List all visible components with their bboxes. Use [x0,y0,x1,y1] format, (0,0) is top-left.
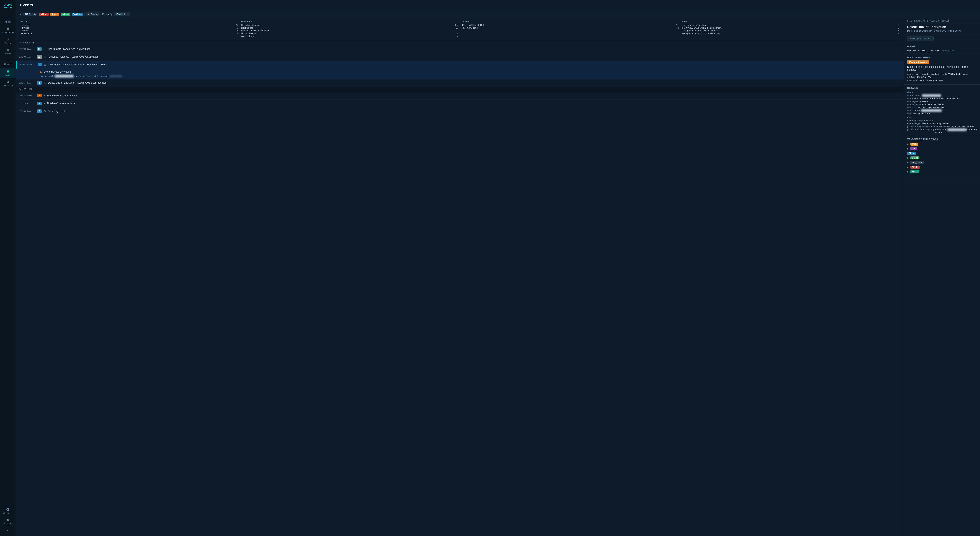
tag-aws[interactable]: ▶ AWS [907,142,977,146]
rp-tag-rulename: ruleName Delete Bucket Encryption [907,79,977,81]
rp-rule-tags-section: Triggered Rule Tags ▶ AWS ▶ CIS Cloud ▶ … [904,136,980,177]
page-header: Events [16,0,980,10]
event-id: Event ID: 1716b1706484f1ae84b54c6bb63b54… [904,18,980,23]
svg-point-0 [8,59,8,60]
rp-cloud-s3bucket: aws.s3.bucket testbucket-1663712024 [907,106,977,108]
sidebar-collapse-button[interactable] [2,527,14,534]
event-row[interactable]: 12:16:48 AM 1 ☰ Delete Bucket Encryption… [16,61,904,69]
events-low-badge[interactable]: 0 Low [61,13,70,16]
detail-tags: aws.accountId ████████████ aws.region = … [40,75,900,77]
list-item: Persistence 4 [21,32,238,35]
filter-table: MITRE Discovery 29 Privilege 6 Defense 6 [16,18,904,40]
events-toolbar: ▼ 547 Events 0 High 4 Med 0 Low 543 Info… [16,10,980,18]
list-item: Describe Instances 497 [241,24,458,27]
list-item: Discovery 29 [21,24,238,27]
events-list: 12:19:56 AM 29 ☰ List Buckets - Sysdig A… [16,45,904,536]
filter-col-rule: Rule name Describe Instances 497 List Bu… [240,20,460,38]
rp-cloud-sourceip: aws.sourceIP █████████████ [907,109,977,111]
location-icon: ● [44,102,45,105]
rp-misc-arn: jevt.value[/userIdentity/arn] arn:aws:ia… [907,129,977,133]
sidebar-item-investigate[interactable]: Investigate [0,78,16,89]
chevron-right-icon: ▶ [907,161,909,164]
no-response-actions-button[interactable]: No Response Actions [907,36,934,41]
event-row[interactable]: 10:44:35 PM 10 ● Notable Filesystem Chan… [16,92,904,100]
events-high-badge[interactable]: 0 High [39,13,49,16]
rp-cloud-region: aws.region sa-east-1 [907,100,977,103]
rp-cloud-requestid: aws.requestId P5RXRCHX1F12Z49S [907,103,977,105]
list-item: Defense 6 [21,29,238,32]
sidebar-item-posture[interactable]: Posture [0,36,16,46]
list-item: ...us-west-2.compute.inter... 9 [682,24,899,27]
events-info-badge[interactable]: 543 Info [72,13,83,16]
tag-cloud[interactable]: Cloud [907,151,977,156]
chevron-right-icon: ▶ [907,157,909,159]
events-panel: MITRE Discovery 29 Privilege 6 Defense 6 [16,18,904,536]
location-icon: ● [44,94,45,97]
rp-cloud-user: aws.user manuel.boira [907,112,977,115]
tag-gdpr[interactable]: ▶ GDPR [907,156,977,160]
date-group-label: Sep 20, 2022 [16,87,904,92]
rp-when-section: When Wed Sep 21 2022 at 00:16:48 5 minut… [904,43,980,54]
event-row[interactable]: 7:23:08 PM 7 ● Notable Container Activit… [16,100,904,107]
severity-badge: Medium Severity [907,60,929,64]
list-icon: ☰ [44,81,46,84]
filter-col-cluster: Cluster 87...6-87a9-6eed634d8... 11 snyk… [460,20,681,38]
chevron-right-icon: ▶ [907,171,909,173]
rp-subtitle: Delete Bucket Encryption - Sysdig AWS No… [904,30,980,34]
rp-misc-type: resourceType AWS Simple Storage Service [907,122,977,125]
sidebar-item-network[interactable]: Network [0,57,16,67]
sidebar-bottom: Integrations Get Started [2,506,14,534]
filter-type-select[interactable]: All Types [86,12,99,16]
list-item: aks-agentpool-12453155-vmss000007 1 [682,29,899,32]
sidebar-item-events[interactable]: Events [0,67,16,78]
rp-tag-name: name Delete Bucket Encryption - Sysdig A… [907,73,977,75]
rp-misc-category: resourceCategory Storage [907,119,977,122]
sidebar: SYSDIG SECURE Insights Vulnerabilities P… [0,0,16,536]
rp-cloud-accountid: aws.accountId ████████████ [907,94,977,97]
sidebar-item-vulnerabilities[interactable]: Vulnerabilities [0,25,16,36]
list-icon: ☰ [44,56,47,59]
rp-tag-ruletype: ruleType AWS CloudTrail [907,76,977,78]
event-row[interactable]: 12:19:56 AM 29 ☰ List Buckets - Sysdig A… [16,45,904,53]
list-item: Non sudo setuid 6 [241,32,458,35]
list-icon: ☰ [44,63,47,66]
filter-col-node: Node ...us-west-2.compute.inter... 9 ip-… [680,20,900,38]
content-area: MITRE Discovery 29 Privilege 6 Defense 6 [16,18,980,536]
rp-no-response: No Response Actions [904,34,980,43]
list-item: Privilege 6 [21,27,238,29]
sidebar-item-insights[interactable]: Insights [0,14,16,25]
event-row[interactable]: 12:19:56 AM 99+ ☰ Describe Instances - S… [16,53,904,61]
rp-title: Delete Bucket Encryption [904,23,980,30]
list-item: snyk-manu-azure 2 [461,27,679,29]
svg-point-2 [9,62,9,62]
tag-mitre[interactable]: ▶ MITRE [907,165,977,169]
list-item: ip-10-0-218-24.us-west-2.compute.inter..… [682,27,899,29]
chevron-right-icon: ▶ [907,148,909,150]
sidebar-item-get-started[interactable]: Get Started [2,516,14,527]
event-row[interactable]: 12:29:05 AM 2 ☊ Scanning Events [16,107,904,115]
list-item: Launch Root User Container 7 [241,29,458,32]
rp-misc-bucketname: jevt.value[/requestParameters/bucketName… [907,126,977,128]
group-by-select[interactable]: Policy ✖ ▼ [114,12,130,16]
sidebar-item-integrations[interactable]: Integrations [2,506,14,516]
add-filter-bar[interactable]: + Add Filter... [16,40,904,45]
tag-cis[interactable]: ▶ CIS [907,146,977,151]
events-med-badge[interactable]: 4 Med [50,13,59,16]
rp-what-happened-section: What Happened Medium Severity Detect del… [904,54,980,84]
filter-col-mitre: MITRE Discovery 29 Privilege 6 Defense 6 [19,20,240,38]
event-row[interactable]: 12:16:48 AM 1 ☰ Delete Bucket Encryption… [16,79,904,87]
tag-soc2[interactable]: ▶ SOC2 [907,170,977,174]
list-item: List Buckets 29 [241,27,458,29]
event-sub-detail: Delete Bucket Encryption aws.accountId █… [16,69,904,79]
tag-iso27001[interactable]: ▶ ISO_27001 [907,161,977,165]
list-item: Write below etc 4 [241,35,458,38]
logo: SYSDIG SECURE [0,2,16,10]
right-panel: Event ID: 1716b1706484f1ae84b54c6bb63b54… [904,18,980,536]
events-total-badge: 547 Events [23,13,37,16]
page-title: Events [20,3,33,7]
list-item: aks-agentpool-12453155-vmss000008 1 [682,32,899,35]
events-toggle-icon[interactable]: ▼ [19,13,22,16]
scan-icon: ☊ [44,110,46,113]
rp-cloud-eventid: aws.eventId 200655f8-aded-494b-96c7-a8ff… [907,97,977,100]
sidebar-item-policies[interactable]: Policies [0,46,16,57]
